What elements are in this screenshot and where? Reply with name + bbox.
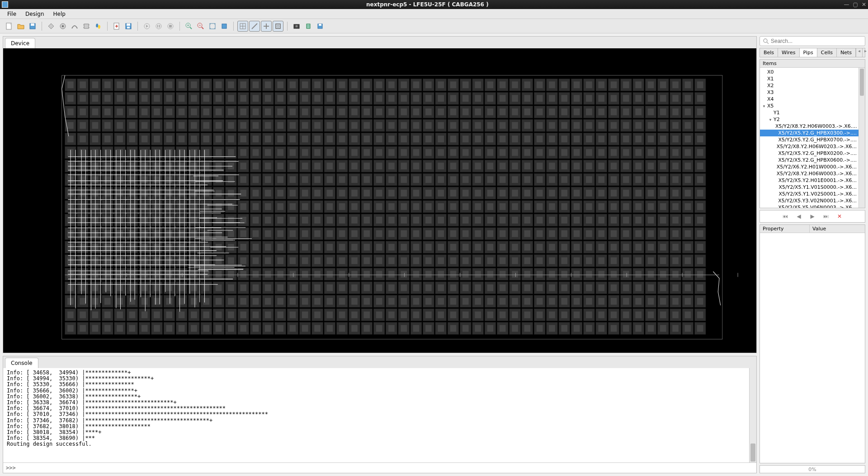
zoom-out-button[interactable] bbox=[195, 21, 206, 32]
tree-node[interactable]: X5/Y2/X5.Y2.G_HPBX0600.->.... bbox=[760, 157, 859, 163]
zoom-in-button[interactable] bbox=[184, 21, 194, 32]
search-box[interactable] bbox=[760, 36, 865, 46]
rtab-pips[interactable]: Pips bbox=[800, 48, 817, 57]
svg-rect-1591 bbox=[611, 271, 617, 278]
svg-rect-211 bbox=[438, 95, 444, 102]
zoom-fit-button[interactable] bbox=[207, 21, 218, 32]
svg-rect-909 bbox=[253, 190, 259, 196]
svg-rect-1857 bbox=[327, 312, 333, 318]
tree-node[interactable]: X5/Y2/X5.Y2.G_HPBX0300.->.... bbox=[760, 130, 859, 136]
rtab-wires[interactable]: Wires bbox=[778, 48, 799, 57]
nav-first[interactable]: ⏮ bbox=[781, 212, 790, 220]
place-button[interactable] bbox=[57, 21, 68, 32]
route-button[interactable] bbox=[69, 21, 80, 32]
tree-node[interactable]: X5/Y2/X8.Y2.H06W0203.->.X6... bbox=[760, 143, 859, 150]
tree-node[interactable]: X3 bbox=[760, 89, 859, 96]
nav-last[interactable]: ⏭ bbox=[821, 212, 830, 220]
rtab-nets[interactable]: Nets bbox=[837, 48, 856, 57]
nav-prev[interactable]: ◀ bbox=[794, 212, 803, 220]
svg-rect-765 bbox=[648, 163, 654, 169]
svg-rect-115 bbox=[487, 81, 494, 88]
chip-button[interactable] bbox=[81, 21, 92, 32]
console-input[interactable]: >>> bbox=[3, 462, 756, 473]
search-input[interactable] bbox=[771, 38, 862, 44]
tree-node[interactable]: X5/Y2/X5.Y3.V02N0001.->.X6... bbox=[760, 197, 859, 204]
svg-rect-503 bbox=[314, 135, 321, 142]
screenshot-button[interactable] bbox=[291, 21, 302, 32]
tree-node[interactable]: X5/Y2/X5.Y2.H01E0001.->.X6... bbox=[760, 177, 859, 184]
svg-rect-1137 bbox=[376, 217, 382, 224]
tab-scroll-left[interactable]: ◂ bbox=[856, 48, 862, 57]
python-button[interactable] bbox=[93, 21, 104, 32]
svg-rect-615 bbox=[363, 149, 370, 156]
show-wires-button[interactable] bbox=[249, 21, 260, 32]
rtab-bels[interactable]: Bels bbox=[760, 48, 778, 57]
console-output[interactable]: Info: [ 34658, 34994) |*************+ In… bbox=[3, 368, 749, 462]
console-scrollbar[interactable] bbox=[749, 368, 756, 462]
show-grid-button[interactable] bbox=[237, 21, 248, 32]
tree-node[interactable]: X2 bbox=[760, 82, 859, 89]
device-viewport[interactable] bbox=[3, 48, 756, 353]
tree-node[interactable]: X0 bbox=[760, 69, 859, 75]
svg-rect-1985 bbox=[475, 325, 481, 332]
tree-node[interactable]: X5/Y2/X8.Y2.H06W0003.->.X6... bbox=[760, 170, 859, 177]
left-column: Device Console Info: [ 34658, 34994) |**… bbox=[0, 33, 760, 476]
tree-node[interactable]: X5/Y2/X5.Y1.V02S0001.->.X6... bbox=[760, 191, 859, 197]
tree-node[interactable]: ▾X5 bbox=[760, 103, 859, 109]
new-file-button[interactable] bbox=[4, 21, 14, 32]
svg-rect-587 bbox=[191, 149, 197, 156]
tree-node[interactable]: X1 bbox=[760, 75, 859, 82]
svg-rect-803 bbox=[240, 176, 246, 183]
svg-rect-745 bbox=[524, 163, 531, 169]
svg-rect-453 bbox=[648, 122, 654, 129]
nav-next[interactable]: ▶ bbox=[808, 212, 817, 220]
pack-button[interactable] bbox=[46, 21, 57, 32]
tree-node[interactable]: X5/Y2/X8.Y2.H06W0003.->.X6.... bbox=[760, 123, 859, 130]
maximize-button[interactable]: ▢ bbox=[853, 1, 858, 8]
minimize-button[interactable]: — bbox=[844, 1, 849, 8]
show-pips-button[interactable] bbox=[261, 21, 272, 32]
tree-node[interactable]: X5/Y2/X5.Y2.G_HPBX0200.->.... bbox=[760, 150, 859, 157]
pause-button[interactable] bbox=[153, 21, 164, 32]
tab-scroll-right[interactable]: ▸ bbox=[862, 48, 868, 57]
svg-rect-1199 bbox=[117, 230, 123, 237]
tree-node[interactable]: X4 bbox=[760, 96, 859, 103]
svg-rect-1835 bbox=[191, 312, 197, 318]
open-file-button[interactable] bbox=[15, 21, 26, 32]
close-window-button[interactable]: ✕ bbox=[862, 1, 866, 8]
svg-rect-1891 bbox=[537, 312, 543, 318]
menu-design[interactable]: Design bbox=[21, 10, 48, 18]
svg-rect-781 bbox=[104, 176, 111, 183]
svg-rect-895 bbox=[166, 190, 173, 196]
tree-node[interactable]: X5/Y2/X5.Y1.V01S0000.->.X6... bbox=[760, 184, 859, 191]
tree-list[interactable]: X0X1X2X3X4▾X5Y1▾Y2X5/Y2/X8.Y2.H06W0003.-… bbox=[760, 68, 859, 208]
svg-rect-1411 bbox=[142, 257, 148, 264]
svg-rect-1313 bbox=[179, 244, 185, 251]
nav-clear[interactable]: ✕ bbox=[835, 212, 844, 220]
svg-rect-1425 bbox=[228, 257, 234, 264]
tree-node[interactable]: Y1 bbox=[760, 109, 859, 116]
play-button[interactable] bbox=[142, 21, 152, 32]
show-bels-button[interactable] bbox=[273, 21, 283, 32]
menu-file[interactable]: File bbox=[3, 10, 21, 18]
svg-rect-1889 bbox=[524, 312, 531, 318]
tree-node[interactable]: X5/Y2/X5.Y5.V06N0003.->.X6... bbox=[760, 204, 859, 208]
tab-device[interactable]: Device bbox=[5, 38, 35, 48]
tree-node[interactable]: ▾Y2 bbox=[760, 116, 859, 123]
export-button[interactable] bbox=[123, 21, 134, 32]
stop-button[interactable] bbox=[165, 21, 176, 32]
tree-scrollbar[interactable] bbox=[859, 68, 865, 208]
save-file-button[interactable] bbox=[27, 21, 38, 32]
svg-rect-1215 bbox=[216, 230, 222, 237]
tree-node[interactable]: X5/Y2/X5.Y2.G_HPBX0700.->.... bbox=[760, 136, 859, 143]
export-bitstream-button[interactable] bbox=[315, 21, 326, 32]
svg-rect-173 bbox=[203, 95, 209, 102]
import-button[interactable] bbox=[111, 21, 122, 32]
menu-help[interactable]: Help bbox=[49, 10, 70, 18]
record-button[interactable] bbox=[303, 21, 314, 32]
zoom-selection-button[interactable] bbox=[219, 21, 230, 32]
svg-rect-955 bbox=[537, 190, 543, 196]
rtab-cells[interactable]: Cells bbox=[817, 48, 837, 57]
tab-console[interactable]: Console bbox=[5, 358, 38, 368]
tree-node[interactable]: X5/Y2/X6.Y2.H01W0000.->.X6... bbox=[760, 163, 859, 170]
